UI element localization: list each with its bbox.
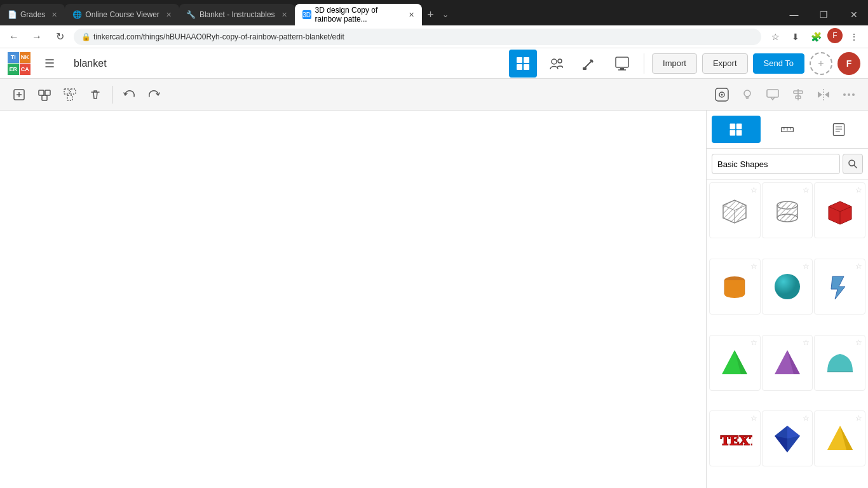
notes-panel-tab[interactable] xyxy=(814,116,863,143)
back-button[interactable]: ← xyxy=(5,28,23,46)
tab-overflow-button[interactable]: ⌄ xyxy=(442,10,449,19)
svg-rect-2 xyxy=(517,64,522,70)
box-ghost-shape xyxy=(717,193,752,228)
shape-item-box-ghost[interactable]: ☆ xyxy=(709,182,761,238)
shapes-panel-tab[interactable] xyxy=(712,116,761,143)
lightbulb-button[interactable] xyxy=(736,83,759,106)
svg-line-50 xyxy=(854,165,857,168)
svg-point-30 xyxy=(852,93,855,96)
close-button[interactable]: ✕ xyxy=(839,4,868,25)
rulers-panel-tab[interactable] xyxy=(763,116,812,143)
bookmark-icon[interactable]: ☆ xyxy=(766,28,784,46)
build-icon xyxy=(582,57,596,71)
shape-item-pyramid-yellow[interactable]: ☆ xyxy=(814,410,865,466)
svg-rect-14 xyxy=(45,90,50,95)
import-button[interactable]: Import xyxy=(652,53,697,74)
text-lightning-shape xyxy=(822,269,858,304)
group-button[interactable] xyxy=(33,83,56,106)
delete-button[interactable] xyxy=(84,83,107,106)
shapes-grid: ☆ ☆ xyxy=(707,180,868,488)
ungroup-icon xyxy=(64,88,76,101)
star-icon-12[interactable]: ☆ xyxy=(855,414,862,423)
browser-menu-icon[interactable]: ⋮ xyxy=(845,28,863,46)
tab-grades[interactable]: 📄 Grades ✕ xyxy=(0,4,65,25)
tab-online-course-close[interactable]: ✕ xyxy=(166,11,172,19)
star-icon-2[interactable]: ☆ xyxy=(803,186,810,194)
new-tab-button[interactable]: + xyxy=(422,6,440,24)
undo-button[interactable] xyxy=(118,83,140,106)
collaborate-button[interactable] xyxy=(542,50,570,78)
roof-shape xyxy=(822,345,858,381)
shape-item-pyramid-green[interactable]: ☆ xyxy=(709,335,761,391)
shape-item-text[interactable]: ☆ xyxy=(814,259,865,315)
redo-button[interactable] xyxy=(143,83,166,106)
minimize-button[interactable]: — xyxy=(780,4,808,25)
svg-rect-1 xyxy=(524,57,529,63)
star-icon-7[interactable]: ☆ xyxy=(750,338,757,347)
star-icon-8[interactable]: ☆ xyxy=(803,338,810,347)
tinkercad-logo: TI NK ER CA xyxy=(8,52,31,75)
build-button[interactable] xyxy=(575,50,603,78)
star-icon-1[interactable]: ☆ xyxy=(750,186,757,194)
shape-item-box-solid[interactable]: ☆ xyxy=(814,182,865,238)
svg-rect-40 xyxy=(736,130,742,135)
camera-target-icon xyxy=(713,86,731,104)
tab-grades-close[interactable]: ✕ xyxy=(51,11,57,19)
svg-rect-3 xyxy=(524,64,529,70)
window-controls: — ❐ ✕ xyxy=(780,4,868,25)
camera-target-button[interactable] xyxy=(710,83,733,106)
send-to-button[interactable]: Send To xyxy=(753,53,804,74)
tab-tinkercad[interactable]: 3D 3D design Copy of rainbow patte... ✕ xyxy=(295,4,422,25)
star-icon-4[interactable]: ☆ xyxy=(750,262,757,271)
lightbulb-icon xyxy=(740,88,754,102)
shape-item-text-red[interactable]: ☆ TEXT xyxy=(709,410,761,466)
tinkercad-favicon: 3D xyxy=(302,10,311,19)
mirror-button[interactable] xyxy=(812,83,835,106)
new-shape-button[interactable] xyxy=(8,83,31,106)
export-button[interactable]: Export xyxy=(702,53,748,74)
forward-button[interactable]: → xyxy=(28,28,46,46)
svg-text:TEXT: TEXT xyxy=(721,432,752,448)
shape-item-cylinder[interactable]: ☆ xyxy=(709,259,761,315)
more-tools-button[interactable] xyxy=(837,83,860,106)
extensions-icon[interactable]: 🧩 xyxy=(807,28,825,46)
grid-icon xyxy=(516,57,530,71)
align-button[interactable] xyxy=(787,83,810,106)
tab-online-course[interactable]: 🌐 Online Course Viewer ✕ xyxy=(65,4,179,25)
menu-icon[interactable]: ☰ xyxy=(36,50,64,78)
svg-point-29 xyxy=(848,93,850,96)
shape-item-roof[interactable]: ☆ xyxy=(814,335,865,391)
add-user-button[interactable]: + xyxy=(810,52,832,75)
star-icon-6[interactable]: ☆ xyxy=(855,262,862,271)
tab-tinkercad-close[interactable]: ✕ xyxy=(409,11,414,19)
search-icon xyxy=(848,159,858,169)
user-avatar[interactable]: F xyxy=(837,52,860,75)
svg-rect-39 xyxy=(730,130,736,135)
grid-view-button[interactable] xyxy=(509,50,537,78)
star-icon-9[interactable]: ☆ xyxy=(855,338,862,347)
maximize-button[interactable]: ❐ xyxy=(810,4,838,25)
star-icon-3[interactable]: ☆ xyxy=(855,186,862,194)
simulate-button[interactable] xyxy=(608,50,636,78)
svg-point-22 xyxy=(744,90,750,97)
download-icon[interactable]: ⬇ xyxy=(787,28,804,46)
shape-item-gem[interactable]: ☆ xyxy=(762,410,813,466)
profile-icon[interactable]: F xyxy=(827,28,843,43)
comment-button[interactable] xyxy=(761,83,784,106)
shape-category-selector[interactable]: Basic Shapes xyxy=(712,154,840,174)
shape-item-sphere[interactable]: ☆ xyxy=(762,259,813,315)
tab-instructables-close[interactable]: ✕ xyxy=(281,11,287,19)
tab-online-course-label: Online Course Viewer xyxy=(85,10,159,19)
tab-instructables[interactable]: 🔧 Blanket - Instructables ✕ xyxy=(179,4,295,25)
cylinder-shape xyxy=(717,269,752,304)
url-input[interactable]: 🔒 tinkercad.com/things/hBUHAAO0Ryh-copy-… xyxy=(74,29,761,45)
ungroup-button[interactable] xyxy=(58,83,81,106)
shape-item-pyramid-purple[interactable]: ☆ xyxy=(762,335,813,391)
app-title: blanket xyxy=(74,58,107,69)
star-icon-11[interactable]: ☆ xyxy=(803,414,810,423)
star-icon-5[interactable]: ☆ xyxy=(803,262,810,271)
refresh-button[interactable]: ↻ xyxy=(51,28,69,46)
shape-item-cylinder-ghost[interactable]: ☆ xyxy=(762,182,813,238)
search-shapes-button[interactable] xyxy=(843,154,863,174)
star-icon-10[interactable]: ☆ xyxy=(750,414,757,423)
